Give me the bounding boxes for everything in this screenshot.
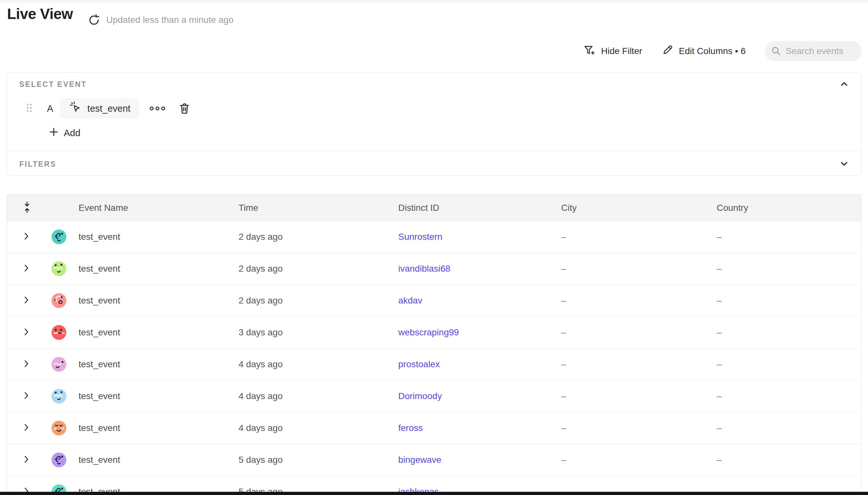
avatar — [52, 325, 66, 340]
city-cell: – — [561, 423, 717, 433]
time-cell: 4 days ago — [239, 391, 398, 402]
expand-row-button[interactable] — [7, 423, 39, 433]
pencil-icon — [662, 45, 673, 58]
city-cell: – — [561, 295, 717, 306]
country-cell: – — [717, 232, 861, 242]
chevron-right-icon — [24, 455, 29, 465]
search-input[interactable] — [765, 41, 862, 61]
more-options-button[interactable] — [149, 106, 166, 111]
edit-columns-button[interactable]: Edit Columns • 6 — [662, 45, 746, 58]
city-cell: – — [561, 327, 717, 338]
collapse-section-button[interactable] — [838, 78, 850, 90]
plus-icon — [49, 127, 58, 139]
avatar-cell — [39, 453, 79, 467]
event-position-label: A — [47, 103, 53, 114]
event-click-icon — [69, 101, 82, 116]
chevron-right-icon — [24, 359, 29, 369]
event-name-cell: test_event — [79, 359, 239, 370]
last-updated-text: Updated less than a minute ago — [106, 15, 234, 25]
time-cell: 3 days ago — [239, 327, 398, 338]
table-row: test_event 2 days ago Sunrostern – – — [7, 221, 861, 253]
expand-row-button[interactable] — [7, 391, 39, 401]
query-panel: SELECT EVENT A — [7, 72, 861, 176]
event-name-cell: test_event — [79, 327, 239, 338]
event-selector-button[interactable]: test_event — [60, 99, 139, 118]
header-distinct-id: Distinct ID — [398, 203, 561, 213]
table-row: test_event 3 days ago webscraping99 – – — [7, 317, 861, 348]
expand-row-button[interactable] — [7, 359, 39, 369]
window-bottom-edge — [0, 492, 868, 495]
filters-label: FILTERS — [19, 160, 56, 169]
window-top-edge — [0, 0, 868, 5]
time-cell: 5 days ago — [239, 455, 398, 465]
distinct-id-link[interactable]: akdav — [398, 295, 561, 306]
country-cell: – — [717, 455, 861, 465]
table-row: test_event 5 days ago bingewave – – — [7, 444, 861, 476]
event-name-cell: test_event — [79, 232, 239, 242]
header-event-name: Event Name — [79, 203, 239, 213]
country-cell: – — [717, 423, 861, 433]
expand-row-button[interactable] — [7, 455, 39, 465]
avatar-cell — [39, 421, 79, 436]
expand-row-button[interactable] — [7, 264, 39, 274]
avatar — [52, 293, 66, 308]
search-box — [765, 41, 862, 61]
hide-filter-label: Hide Filter — [601, 46, 642, 56]
toolbar: Hide Filter Edit Columns • 6 — [583, 41, 862, 61]
delete-event-button[interactable] — [179, 102, 190, 115]
distinct-id-link[interactable]: Dorimoody — [398, 391, 561, 402]
country-cell: – — [717, 327, 861, 338]
refresh-button[interactable] — [88, 14, 100, 27]
chevron-right-icon — [24, 264, 29, 274]
avatar-cell — [39, 389, 79, 404]
table-row: test_event 4 days ago Dorimoody – – — [7, 380, 861, 412]
chevron-right-icon — [24, 423, 29, 433]
expand-row-button[interactable] — [7, 232, 39, 242]
table-body: test_event 2 days ago Sunrostern – – tes… — [7, 221, 861, 495]
chevron-right-icon — [24, 328, 29, 337]
event-name-cell: test_event — [79, 295, 239, 306]
events-table: Event Name Time Distinct ID City Country… — [7, 195, 861, 495]
event-name-cell: test_event — [79, 263, 239, 274]
edit-columns-label: Edit Columns • 6 — [679, 46, 746, 56]
filters-section: FILTERS — [7, 151, 861, 176]
expand-row-button[interactable] — [7, 296, 39, 305]
table-header-row: Event Name Time Distinct ID City Country — [7, 195, 861, 221]
distinct-id-link[interactable]: webscraping99 — [398, 327, 561, 338]
table-row: test_event 4 days ago prostoalex – – — [7, 348, 861, 380]
select-event-label: SELECT EVENT — [19, 80, 87, 89]
expand-row-button[interactable] — [7, 328, 39, 337]
table-row: test_event 4 days ago feross – – — [7, 412, 861, 444]
selected-event-name: test_event — [87, 103, 131, 114]
add-event-button[interactable]: Add — [49, 127, 81, 139]
avatar-cell — [39, 229, 79, 244]
distinct-id-link[interactable]: prostoalex — [398, 359, 561, 370]
table-row: test_event 2 days ago akdav – – — [7, 285, 861, 317]
table-row: test_event 2 days ago ivandiblasi68 – – — [7, 253, 861, 285]
distinct-id-link[interactable]: Sunrostern — [398, 232, 561, 242]
filter-plus-icon — [583, 44, 595, 58]
chevron-right-icon — [24, 296, 29, 305]
event-name-cell: test_event — [79, 455, 239, 465]
header-city: City — [561, 203, 717, 213]
chevron-up-icon — [838, 85, 850, 91]
collapse-rows-icon — [23, 201, 31, 215]
hide-filter-button[interactable]: Hide Filter — [583, 44, 642, 58]
avatar — [52, 389, 66, 404]
chevron-right-icon — [24, 391, 29, 401]
page-title: Live View — [7, 5, 73, 22]
event-name-cell: test_event — [79, 391, 239, 402]
time-cell: 4 days ago — [239, 423, 398, 433]
distinct-id-link[interactable]: bingewave — [398, 455, 561, 465]
select-event-section: SELECT EVENT A — [7, 72, 861, 151]
avatar-cell — [39, 261, 79, 276]
drag-handle-icon[interactable] — [26, 102, 33, 115]
distinct-id-link[interactable]: ivandiblasi68 — [398, 263, 561, 274]
time-cell: 2 days ago — [239, 263, 398, 274]
header-time: Time — [239, 203, 398, 213]
collapse-all-button[interactable] — [7, 201, 39, 215]
distinct-id-link[interactable]: feross — [398, 423, 561, 433]
country-cell: – — [717, 263, 861, 274]
country-cell: – — [717, 295, 861, 306]
expand-filters-button[interactable] — [838, 158, 850, 170]
